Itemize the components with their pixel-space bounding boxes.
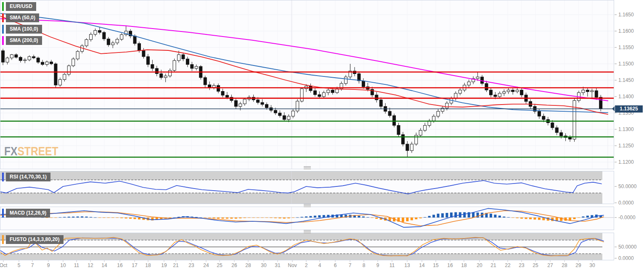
macd-histogram-bar [529,218,532,219]
macd-histogram-bar [362,216,365,218]
macd-histogram-bar [94,218,96,218]
candle-body [208,85,211,87]
panel-splitter-handle-macd-fusto[interactable] [304,230,311,233]
macd-histogram-bar [235,218,237,219]
candle-body [67,66,70,74]
candle-body [155,68,158,73]
candle-body [437,111,440,116]
candle-body [2,51,5,62]
candle-body [234,100,237,106]
macd-histogram-bar [199,218,202,218]
candle-body [41,62,44,64]
candle-body [424,126,427,131]
date-axis-label: Oct [0,262,8,268]
sma50-badge[interactable]: SMA (50,0) [2,13,39,22]
candle-body [107,39,110,45]
macd-histogram-bar [472,212,474,218]
macd-histogram-bar [107,218,110,218]
date-axis-label: 10 [60,262,66,268]
candle-body [24,60,27,61]
sma50-accent-bar [2,13,4,22]
candle-body [481,77,484,84]
macd-histogram-bar [507,217,510,218]
macd-histogram-bar [520,218,523,219]
macd-histogram-bar [50,218,53,218]
rsi-oversold-band [0,193,602,204]
candle-body [406,144,409,151]
macd-histogram-bar [81,216,83,218]
candle-body [6,58,9,62]
fusto-lower-band [0,254,602,260]
candle-body [498,93,501,97]
macd-histogram-bar [314,216,316,218]
macd-histogram-bar [72,217,74,218]
instrument-badge[interactable]: EUR/USD [2,2,36,11]
fusto-axis-label: 0.0000 [618,255,634,261]
candle-body [393,115,396,125]
candle-body [445,103,448,108]
price-chart-svg[interactable]: 1.16501.16001.15501.15001.14501.14001.13… [0,0,644,270]
macd-histogram-bar [278,218,281,218]
candle-body [85,39,88,46]
rsi-badge[interactable]: RSI (14,70,30,1) [2,173,50,181]
candle-body [401,134,404,144]
macd-badge[interactable]: MACD (12,26,9) [2,209,50,218]
fusto-badge[interactable]: FUSTO (14,3,3,80,20) [2,235,64,244]
candle-body [397,126,400,135]
date-axis-label: 6 [334,262,337,268]
macd-histogram-bar [208,218,211,218]
macd-histogram-bar [578,218,580,218]
macd-histogram-bar [371,218,374,218]
date-axis-label: 31 [275,262,281,268]
macd-histogram-bar [503,217,505,218]
candle-body [98,30,101,32]
macd-histogram-bar [424,217,426,218]
candle-body [265,105,268,108]
candle-body [278,113,281,115]
macd-histogram-bar [582,217,584,218]
fusto-axis-label: 50.0000 [618,244,637,250]
instrument-label: EUR/USD [6,2,36,11]
candle-body [573,100,576,139]
macd-histogram-bar [270,218,272,218]
macd-histogram-bar [116,218,119,218]
candle-body [76,51,79,59]
candle-body [327,90,330,92]
candle-body [54,64,57,85]
macd-histogram-bar [248,218,250,218]
panel-splitter-handle-rsi-macd[interactable] [304,204,311,207]
candle-body [50,62,53,64]
candle-body [19,57,22,60]
macd-histogram-bar [98,218,101,218]
price-axis-label: 1.1650 [618,12,634,18]
macd-histogram-bar [46,218,48,218]
instrument-accent-bar [2,2,4,11]
macd-histogram-bar [538,218,541,220]
sma200-badge[interactable]: SMA (200,0) [2,36,42,45]
macd-histogram-bar [63,217,66,218]
panel-splitter-handle-main-rsi[interactable] [304,166,311,169]
macd-histogram-bar [173,218,176,218]
candle-body [182,55,185,59]
date-axis-label: 13 [404,262,410,268]
macd-histogram-bar [516,218,519,218]
macd-histogram-bar [222,218,224,219]
macd-histogram-bar [358,216,360,218]
sma100-badge[interactable]: SMA (100,0) [2,25,42,34]
date-axis-label: 26 [231,262,237,268]
macd-histogram-bar [59,217,61,218]
candle-body [520,90,523,95]
macd-histogram-bar [287,218,290,218]
candle-body [432,116,435,121]
macd-histogram-bar [586,216,589,218]
macd-histogram-bar [274,218,277,218]
candle-body [243,99,246,104]
macd-histogram-bar [573,218,576,219]
candle-body [261,102,264,105]
macd-histogram-bar [257,218,259,218]
candle-body [538,111,541,116]
macd-histogram-bar [494,215,496,218]
candle-body [90,34,93,39]
watermark-fx: FX [4,144,17,158]
date-axis-label: 18 [145,262,151,268]
